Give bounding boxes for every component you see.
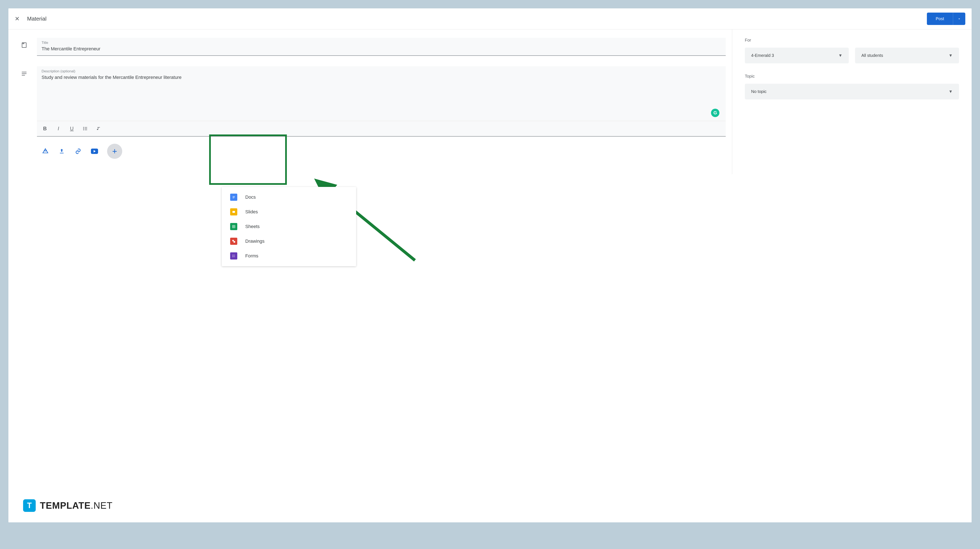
chevron-down-icon: ▼ bbox=[948, 89, 953, 94]
topic-value: No topic bbox=[751, 89, 767, 94]
upload-icon[interactable] bbox=[58, 148, 65, 155]
chevron-down-icon: ▼ bbox=[948, 53, 953, 58]
for-label: For bbox=[745, 38, 959, 43]
close-icon[interactable]: ✕ bbox=[15, 15, 19, 22]
menu-item-forms[interactable]: Forms bbox=[222, 249, 356, 263]
slides-icon bbox=[230, 208, 237, 216]
clear-format-button[interactable] bbox=[95, 125, 102, 132]
description-icon bbox=[21, 66, 29, 77]
main-column: Title The Mercantile Entrepreneur Descri… bbox=[8, 29, 732, 175]
chevron-down-icon: ▼ bbox=[838, 53, 842, 58]
description-value: Study and review materials for the Merca… bbox=[41, 75, 721, 80]
menu-item-docs[interactable]: Docs bbox=[222, 190, 356, 205]
description-field[interactable]: Description (optional) Study and review … bbox=[37, 66, 726, 121]
watermark-text: TEMPLATE.NET bbox=[40, 500, 113, 511]
create-menu: Docs Slides bbox=[222, 187, 356, 266]
watermark-suffix: .NET bbox=[91, 500, 113, 511]
svg-rect-14 bbox=[233, 197, 235, 197]
watermark-brand: TEMPLATE bbox=[40, 500, 91, 511]
svg-rect-2 bbox=[22, 72, 27, 72]
description-row: Description (optional) Study and review … bbox=[21, 66, 726, 166]
svg-point-7 bbox=[83, 128, 84, 129]
svg-point-5 bbox=[83, 127, 84, 128]
menu-item-sheets[interactable]: Sheets bbox=[222, 219, 356, 234]
chevron-down-icon bbox=[957, 17, 961, 21]
menu-item-slides[interactable]: Slides bbox=[222, 205, 356, 219]
post-button[interactable]: Post bbox=[927, 13, 953, 25]
post-button-group: Post bbox=[927, 13, 965, 25]
class-dropdown[interactable]: 4-Emerald 3 ▼ bbox=[745, 48, 849, 63]
annotation-highlight-box bbox=[209, 135, 287, 185]
menu-item-label: Drawings bbox=[245, 238, 264, 244]
svg-rect-11 bbox=[60, 153, 64, 154]
svg-rect-8 bbox=[84, 129, 87, 129]
link-icon[interactable] bbox=[74, 148, 82, 155]
watermark: T TEMPLATE.NET bbox=[23, 499, 113, 512]
for-row: 4-Emerald 3 ▼ All students ▼ bbox=[745, 48, 959, 63]
grammarly-icon[interactable]: G bbox=[711, 109, 719, 117]
header-left: ✕ Material bbox=[15, 15, 46, 22]
bullet-list-button[interactable] bbox=[82, 125, 89, 132]
menu-item-label: Docs bbox=[245, 194, 256, 200]
svg-rect-4 bbox=[22, 75, 25, 76]
create-plus-button[interactable]: + bbox=[107, 144, 122, 159]
sidebar: For 4-Emerald 3 ▼ All students ▼ Topic N… bbox=[732, 29, 972, 175]
watermark-icon: T bbox=[23, 499, 36, 512]
drive-icon[interactable] bbox=[41, 148, 49, 155]
class-value: 4-Emerald 3 bbox=[751, 53, 774, 58]
italic-button[interactable]: I bbox=[55, 125, 62, 132]
svg-rect-15 bbox=[233, 198, 234, 198]
body: Title The Mercantile Entrepreneur Descri… bbox=[8, 29, 972, 175]
material-editor-window: ✕ Material Post Title The Mercantile Ent… bbox=[8, 8, 972, 522]
post-dropdown-button[interactable] bbox=[953, 13, 965, 25]
drawings-icon bbox=[230, 238, 237, 245]
menu-item-label: Slides bbox=[245, 209, 258, 214]
title-label: Title bbox=[41, 41, 721, 45]
svg-rect-3 bbox=[22, 73, 27, 74]
title-field[interactable]: Title The Mercantile Entrepreneur bbox=[37, 38, 726, 56]
menu-item-label: Forms bbox=[245, 253, 258, 259]
svg-rect-21 bbox=[234, 255, 235, 255]
svg-point-9 bbox=[83, 129, 84, 130]
youtube-icon[interactable] bbox=[91, 148, 98, 155]
svg-rect-23 bbox=[234, 257, 235, 257]
menu-item-drawings[interactable]: Drawings bbox=[222, 234, 356, 249]
topic-label: Topic bbox=[745, 74, 959, 79]
menu-item-label: Sheets bbox=[245, 224, 260, 229]
format-toolbar: B I U bbox=[37, 121, 726, 136]
docs-icon bbox=[230, 194, 237, 201]
sheets-icon bbox=[230, 223, 237, 230]
bold-button[interactable]: B bbox=[41, 125, 48, 132]
svg-rect-16 bbox=[232, 211, 235, 213]
title-icon bbox=[21, 38, 29, 48]
svg-rect-10 bbox=[84, 130, 87, 130]
svg-rect-22 bbox=[232, 256, 233, 257]
description-label: Description (optional) bbox=[41, 69, 721, 73]
topic-dropdown[interactable]: No topic ▼ bbox=[745, 84, 959, 100]
students-value: All students bbox=[861, 53, 883, 58]
svg-rect-20 bbox=[232, 255, 233, 255]
title-row: Title The Mercantile Entrepreneur bbox=[21, 38, 726, 56]
forms-icon bbox=[230, 252, 237, 260]
students-dropdown[interactable]: All students ▼ bbox=[855, 48, 959, 63]
page-title: Material bbox=[27, 16, 46, 22]
svg-rect-6 bbox=[84, 127, 87, 127]
svg-rect-13 bbox=[233, 196, 235, 197]
title-value: The Mercantile Entrepreneur bbox=[41, 46, 721, 52]
svg-rect-1 bbox=[23, 43, 24, 44]
attach-row: + Docs bbox=[37, 136, 726, 166]
underline-button[interactable]: U bbox=[68, 125, 75, 132]
svg-rect-19 bbox=[234, 241, 235, 243]
description-container: Description (optional) Study and review … bbox=[37, 66, 726, 166]
header-bar: ✕ Material Post bbox=[8, 8, 972, 29]
